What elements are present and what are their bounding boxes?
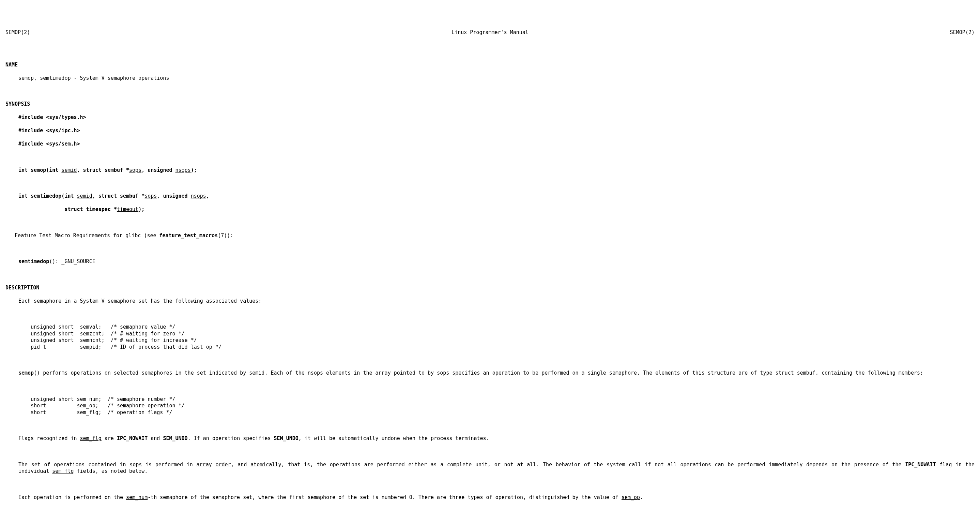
section-name-heading: NAME xyxy=(5,62,975,69)
header-left: SEMOP(2) xyxy=(5,29,30,36)
description-p1: Each semaphore in a System V semaphore s… xyxy=(18,298,975,305)
description-p2: semop() performs operations on selected … xyxy=(18,370,975,376)
description-p3: Flags recognized in sem_flg are IPC_NOWA… xyxy=(18,435,975,442)
name-line: semop, semtimedop - System V semaphore o… xyxy=(18,75,975,82)
header-right: SEMOP(2) xyxy=(950,29,975,36)
description-p5: Each operation is performed on the sem_n… xyxy=(18,494,975,501)
man-page-header: SEMOP(2) Linux Programmer's Manual SEMOP… xyxy=(5,29,975,36)
include-line-3: #include <sys/sem.h> xyxy=(18,141,975,148)
struct-sembuf-block: unsigned short sem_num; /* semaphore num… xyxy=(18,396,975,416)
include-line-2: #include <sys/ipc.h> xyxy=(18,128,975,134)
section-description-heading: DESCRIPTION xyxy=(5,285,975,292)
include-line-1: #include <sys/types.h> xyxy=(18,114,975,121)
fn-semtimedop-signature-line2: struct timespec *timeout); xyxy=(18,206,975,213)
description-p4: The set of operations contained in sops … xyxy=(18,461,975,475)
header-center: Linux Programmer's Manual xyxy=(452,29,528,36)
feature-test-macro-line: Feature Test Macro Requirements for glib… xyxy=(5,233,975,239)
struct-values-block: unsigned short semval; /* semaphore valu… xyxy=(18,324,975,351)
fn-semtimedop-signature-line1: int semtimedop(int semid, struct sembuf … xyxy=(18,193,975,200)
feature-test-macro-req: semtimedop(): _GNU_SOURCE xyxy=(18,258,975,265)
fn-semop-signature: int semop(int semid, struct sembuf *sops… xyxy=(18,167,975,174)
section-synopsis-heading: SYNOPSIS xyxy=(5,101,975,108)
